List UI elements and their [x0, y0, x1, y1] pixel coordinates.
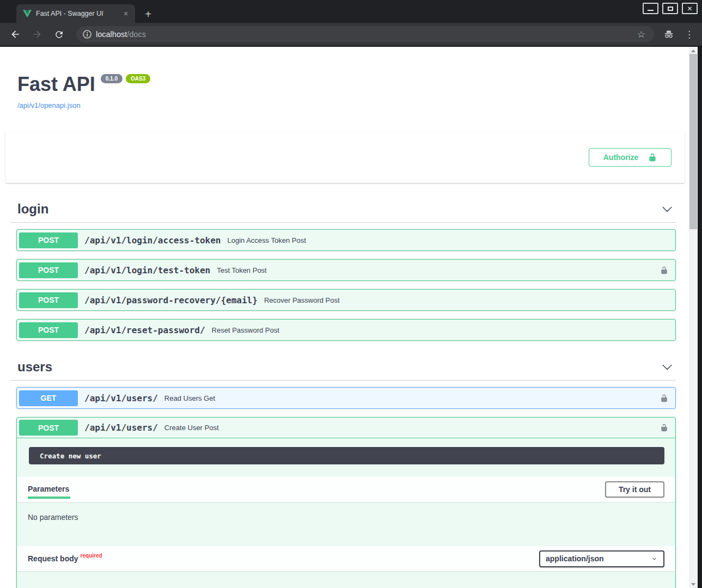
scrollbar-thumb[interactable] — [689, 54, 697, 229]
chevron-down-icon[interactable] — [662, 204, 673, 215]
endpoint-path: /api/v1/users/ — [84, 422, 158, 433]
method-badge: GET — [19, 390, 78, 406]
page-title: Fast API 0.1.0 OAS3 — [17, 73, 150, 96]
api-badges: 0.1.0 OAS3 — [101, 74, 150, 83]
forward-icon — [32, 29, 42, 40]
site-info-icon[interactable] — [83, 30, 91, 39]
minimize-button[interactable] — [643, 3, 658, 14]
version-badge: 0.1.0 — [101, 74, 123, 83]
endpoint-path: /api/v1/password-recovery/{email} — [84, 295, 258, 305]
page-scrollbar[interactable] — [689, 47, 698, 588]
api-info: Fast API 0.1.0 OAS3 — [17, 73, 689, 96]
auth-lock-button[interactable] — [658, 422, 670, 434]
endpoint-summary: Read Users Get — [164, 394, 215, 402]
browser-menu-button[interactable]: ⋮ — [685, 29, 694, 40]
active-tab-underline — [28, 497, 70, 499]
chevron-down-icon[interactable] — [662, 362, 673, 372]
operation-list-users: GET /api/v1/users/ Read Users Get POST /… — [16, 387, 676, 588]
back-button[interactable] — [8, 27, 23, 42]
authorize-button[interactable]: Authorize — [589, 148, 672, 167]
endpoint-path: /api/v1/login/access-token — [84, 235, 221, 246]
endpoint-summary: Reset Password Post — [212, 326, 279, 334]
new-tab-button[interactable]: + — [141, 7, 156, 22]
scheme-container: Authorize — [5, 132, 685, 183]
browser-toolbar: localhost/docs ☆ ⋮ — [0, 23, 702, 46]
tab-strip: Fast API - Swagger UI × + ✕ — [0, 0, 702, 23]
operation-summary[interactable]: GET /api/v1/users/ Read Users Get — [17, 388, 675, 408]
section-title: login — [17, 201, 662, 217]
tab-title: Fast API - Swagger UI — [36, 10, 121, 17]
bookmark-star-icon[interactable]: ☆ — [637, 29, 645, 40]
request-body-title-text: Request body — [28, 554, 78, 563]
operation-row: POST /api/v1/login/access-token Login Ac… — [16, 229, 676, 251]
url-path: /docs — [127, 30, 146, 39]
toolbar-right: ⋮ — [663, 29, 694, 40]
reload-icon — [54, 29, 64, 40]
back-icon — [10, 29, 21, 40]
browser-window: Fast API - Swagger UI × + ✕ — [0, 0, 702, 588]
incognito-icon — [663, 29, 675, 40]
address-bar[interactable]: localhost/docs ☆ — [76, 26, 654, 42]
operation-summary[interactable]: POST /api/v1/password-recovery/{email} R… — [17, 290, 675, 310]
no-parameters-text: No parameters — [17, 502, 675, 534]
operation-row-expanded: POST /api/v1/users/ Create User Post Cre… — [16, 417, 676, 588]
unlocked-padlock-icon — [660, 424, 668, 432]
operation-row: POST /api/v1/login/test-token Test Token… — [16, 259, 676, 281]
parameters-tab[interactable]: Parameters — [28, 477, 69, 502]
parameters-label: Parameters — [28, 485, 69, 493]
authorize-label: Authorize — [603, 153, 639, 162]
window-controls: ✕ — [643, 3, 698, 14]
window-edge — [698, 47, 702, 588]
operation-row: POST /api/v1/password-recovery/{email} R… — [16, 289, 676, 311]
browser-tab[interactable]: Fast API - Swagger UI × — [16, 4, 135, 23]
oas3-badge: OAS3 — [126, 74, 150, 83]
close-button[interactable]: ✕ — [682, 3, 698, 14]
method-badge: POST — [19, 420, 78, 436]
section-header-users[interactable]: users — [11, 355, 676, 381]
operation-summary[interactable]: POST /api/v1/users/ Create User Post — [17, 418, 675, 438]
auth-lock-button[interactable] — [658, 392, 670, 404]
url-text: localhost/docs — [96, 30, 146, 39]
endpoint-summary: Create User Post — [164, 424, 219, 432]
minimize-icon — [648, 10, 654, 11]
parameters-header: Parameters Try it out — [17, 477, 675, 502]
endpoint-summary: Test Token Post — [217, 266, 267, 274]
unlocked-padlock-icon — [648, 153, 657, 162]
scroll-down-icon — [691, 583, 695, 586]
maximize-button[interactable] — [662, 3, 678, 14]
operation-list-login: POST /api/v1/login/access-token Login Ac… — [16, 229, 676, 341]
forward-button[interactable] — [29, 27, 45, 42]
swagger-page: Fast API 0.1.0 OAS3 /api/v1/openapi.json… — [0, 47, 689, 588]
method-badge: POST — [19, 262, 78, 278]
endpoint-summary: Recover Password Post — [264, 296, 340, 304]
operation-row: POST /api/v1/reset-password/ Reset Passw… — [16, 319, 676, 341]
request-body-header: Request bodyrequired application/json — [17, 546, 675, 571]
operation-summary[interactable]: POST /api/v1/login/access-token Login Ac… — [17, 230, 675, 250]
scroll-up-button[interactable] — [689, 47, 698, 54]
scroll-up-icon — [691, 50, 695, 52]
media-type-select[interactable]: application/json — [539, 550, 664, 567]
required-flag: required — [81, 553, 102, 559]
endpoint-path: /api/v1/users/ — [84, 393, 158, 403]
openapi-spec-link[interactable]: /api/v1/openapi.json — [17, 101, 81, 109]
operation-body: Create new user Parameters Try it out No… — [17, 447, 675, 588]
operation-row: GET /api/v1/users/ Read Users Get — [16, 387, 676, 409]
reload-button[interactable] — [51, 27, 66, 42]
endpoint-summary: Login Access Token Post — [227, 236, 306, 244]
request-body-label: Request bodyrequired — [28, 554, 102, 563]
endpoint-path: /api/v1/reset-password/ — [84, 325, 205, 335]
tab-close-icon[interactable]: × — [121, 9, 131, 19]
scroll-down-button[interactable] — [689, 580, 698, 588]
method-badge: POST — [19, 292, 78, 308]
operation-summary[interactable]: POST /api/v1/login/test-token Test Token… — [17, 260, 675, 280]
section-header-login[interactable]: login — [11, 197, 676, 223]
try-it-out-button[interactable]: Try it out — [605, 481, 664, 498]
api-title-text: Fast API — [17, 73, 95, 96]
operation-summary[interactable]: POST /api/v1/reset-password/ Reset Passw… — [17, 320, 675, 340]
method-badge: POST — [19, 232, 78, 248]
section-title: users — [17, 359, 662, 375]
swagger-favicon-icon — [23, 10, 32, 17]
select-chevron-icon — [651, 555, 658, 562]
url-host: localhost — [96, 30, 127, 39]
auth-lock-button[interactable] — [658, 264, 670, 276]
